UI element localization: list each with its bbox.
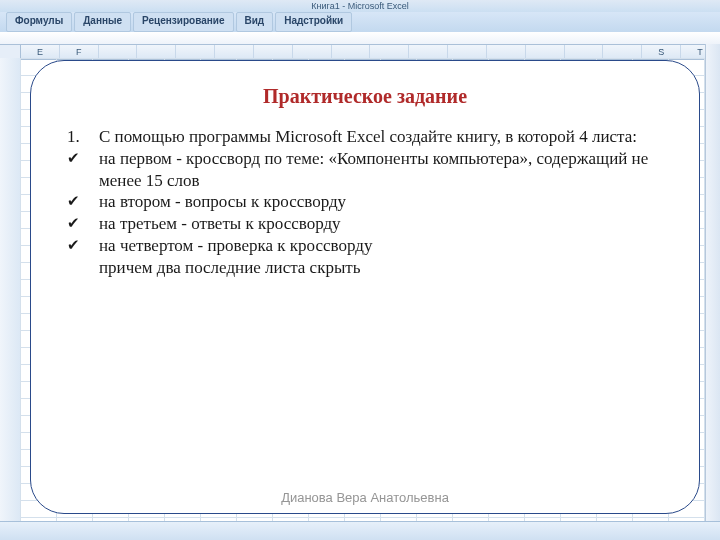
- status-bar: [0, 521, 720, 540]
- row-headers: [0, 58, 21, 522]
- list-number: 1.: [67, 126, 99, 148]
- task-text: на первом - кроссворд по теме: «Компонен…: [99, 148, 663, 192]
- column-header[interactable]: [254, 45, 293, 59]
- column-header[interactable]: S: [642, 45, 681, 59]
- task-text: на третьем - ответы к кроссворду: [99, 213, 663, 235]
- task-body: 1. С помощью программы Microsoft Excel с…: [67, 126, 663, 278]
- column-header[interactable]: [215, 45, 254, 59]
- column-header[interactable]: [603, 45, 642, 59]
- task-line-intro: 1. С помощью программы Microsoft Excel с…: [67, 126, 663, 148]
- column-header[interactable]: [99, 45, 138, 59]
- task-line-5: причем два последние листа скрыть: [67, 257, 663, 279]
- task-line-1: ✔ на первом - кроссворд по теме: «Компон…: [67, 148, 663, 192]
- column-header[interactable]: [565, 45, 604, 59]
- column-header[interactable]: F: [60, 45, 99, 59]
- vertical-scrollbar[interactable]: [705, 44, 720, 522]
- column-header[interactable]: [370, 45, 409, 59]
- excel-background: Книга1 - Microsoft Excel Формулы Данные …: [0, 0, 720, 540]
- list-spacer: [67, 257, 99, 279]
- column-header[interactable]: [409, 45, 448, 59]
- column-header[interactable]: [137, 45, 176, 59]
- task-card: Практическое задание 1. С помощью програ…: [30, 60, 700, 514]
- column-header[interactable]: [176, 45, 215, 59]
- task-line-4: ✔ на четвертом - проверка к кроссворду: [67, 235, 663, 257]
- task-text: на втором - вопросы к кроссворду: [99, 191, 663, 213]
- check-icon: ✔: [67, 213, 99, 235]
- column-header[interactable]: [526, 45, 565, 59]
- column-header[interactable]: [487, 45, 526, 59]
- column-header[interactable]: [332, 45, 371, 59]
- ribbon-tab-data[interactable]: Данные: [74, 12, 131, 32]
- check-icon: ✔: [67, 235, 99, 257]
- ribbon-tab-formulas[interactable]: Формулы: [6, 12, 72, 32]
- column-header[interactable]: E: [21, 45, 60, 59]
- ribbon-tabs: Формулы Данные Рецензирование Вид Надстр…: [0, 12, 720, 33]
- select-all-corner[interactable]: [0, 45, 21, 59]
- column-header[interactable]: [293, 45, 332, 59]
- ribbon-tab-addins[interactable]: Надстройки: [275, 12, 352, 32]
- check-icon: ✔: [67, 191, 99, 213]
- task-line-2: ✔ на втором - вопросы к кроссворду: [67, 191, 663, 213]
- card-title: Практическое задание: [67, 85, 663, 108]
- task-text: С помощью программы Microsoft Excel созд…: [99, 126, 663, 148]
- task-text: причем два последние листа скрыть: [99, 257, 663, 279]
- ribbon-tab-view[interactable]: Вид: [236, 12, 274, 32]
- task-line-3: ✔ на третьем - ответы к кроссворду: [67, 213, 663, 235]
- check-icon: ✔: [67, 148, 99, 192]
- task-text: на четвертом - проверка к кроссворду: [99, 235, 663, 257]
- author-footer: Дианова Вера Анатольевна: [31, 490, 699, 505]
- window-title: Книга1 - Microsoft Excel: [311, 1, 408, 11]
- ribbon-tab-review[interactable]: Рецензирование: [133, 12, 233, 32]
- column-header[interactable]: [448, 45, 487, 59]
